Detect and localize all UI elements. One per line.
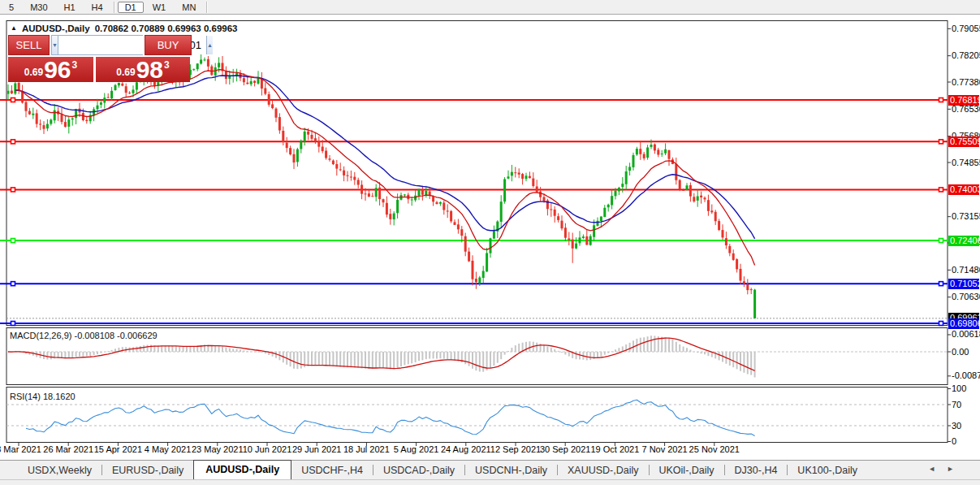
symbol-period-label: AUDUSD-,Daily <box>22 24 90 33</box>
ask-pipette: 3 <box>164 59 170 71</box>
tab-scroll-left-icon[interactable]: ◄ <box>928 465 947 473</box>
tab-scroll-nav: ◄► <box>928 465 965 473</box>
rsi-axis-label: 70 <box>952 400 979 409</box>
date-axis-label: 25 Nov 2021 <box>680 444 749 454</box>
tab-uk100-daily[interactable]: UK100-,Daily <box>788 462 867 479</box>
ask-price-display[interactable]: 0.69 98 3 <box>96 57 190 82</box>
macd-indicator-label: MACD(12,26,9) -0.008108 -0.006629 <box>10 331 158 340</box>
bid-big-digits: 96 <box>44 58 71 81</box>
tab-eurusd-daily[interactable]: EURUSD-,Daily <box>102 462 193 479</box>
price-axis-label: 0.70630 <box>952 292 979 301</box>
chart-tab-bar: USDX,WeeklyEURUSD-,DailyAUDUSD-,DailyUSD… <box>0 460 980 479</box>
volume-stepper: ▼ ▲ <box>51 35 143 55</box>
macd-axis-label: 0.006181 <box>952 329 979 339</box>
level-price-tag: 0.71052 <box>948 279 979 289</box>
ohlc-values: 0.70862 0.70889 0.69963 0.69963 <box>95 24 238 33</box>
rsi-axis-label: 0 <box>952 436 979 446</box>
chart-title: ▲ AUDUSD-,Daily 0.70862 0.70889 0.69963 … <box>11 24 238 33</box>
tab-ukoil-daily[interactable]: UKOil-,Daily <box>650 462 724 479</box>
level-price-tag: 0.74003 <box>948 184 979 195</box>
tab-usdcnh-daily[interactable]: USDCNH-,Daily <box>465 462 557 479</box>
application-window: 5M30H1H4D1W1MN ▲ AUDUSD-,Daily 0.70862 0… <box>0 0 980 485</box>
price-axis-label: 0.73155 <box>952 211 979 221</box>
tab-dj30-h4[interactable]: DJ30-,H4 <box>725 462 788 479</box>
sell-button[interactable]: SELL <box>8 35 50 55</box>
tab-xauusd-daily[interactable]: XAUUSD-,Daily <box>558 462 649 479</box>
tab-audusd-daily[interactable]: AUDUSD-,Daily <box>193 460 291 479</box>
tab-usdcad-daily[interactable]: USDCAD-,Daily <box>373 462 464 479</box>
ask-prefix: 0.69 <box>116 67 135 78</box>
rsi-axis-label: 30 <box>952 421 979 431</box>
price-axis-label: 0.71480 <box>952 265 979 275</box>
bid-price-display[interactable]: 0.69 96 3 <box>8 57 93 82</box>
ask-big-digits: 98 <box>136 58 163 81</box>
collapse-panel-icon[interactable]: ▲ <box>11 24 17 32</box>
bid-pipette: 3 <box>72 59 78 71</box>
tab-usdchf-h4[interactable]: USDCHF-,H4 <box>291 462 373 479</box>
price-axis-label: 0.78205 <box>952 50 979 60</box>
rsi-indicator-label: RSI(14) 18.1620 <box>10 392 76 401</box>
level-price-tag: 0.72406 <box>948 236 979 246</box>
tab-scroll-right-icon[interactable]: ► <box>947 465 965 473</box>
rsi-axis-label: 100 <box>952 383 979 393</box>
price-axis-label: 0.79055 <box>952 24 979 33</box>
level-price-tag: 0.75509 <box>948 136 979 147</box>
level-price-tag: 0.69806 <box>948 318 979 329</box>
chart-window: ▲ AUDUSD-,Daily 0.70862 0.70889 0.69963 … <box>0 17 980 459</box>
tab-usdx-weekly[interactable]: USDX,Weekly <box>18 462 101 479</box>
volume-decrease-icon[interactable]: ▼ <box>52 36 58 54</box>
price-axis-label: 0.77380 <box>952 77 979 87</box>
volume-increase-icon[interactable]: ▲ <box>206 36 213 54</box>
macd-axis-label: 0.00 <box>952 347 979 357</box>
price-axis-label: 0.74855 <box>952 158 979 167</box>
status-strip <box>0 479 980 485</box>
buy-button[interactable]: BUY <box>145 35 192 55</box>
bid-prefix: 0.69 <box>24 67 43 78</box>
macd-axis-label: -0.00878 <box>952 370 979 380</box>
level-price-tag: 0.76819 <box>948 95 979 106</box>
one-click-trading-panel: SELL ▼ ▲ BUY 0.69 96 3 0.69 98 3 <box>8 35 192 81</box>
price-axis-label: 0.76530 <box>952 104 979 114</box>
